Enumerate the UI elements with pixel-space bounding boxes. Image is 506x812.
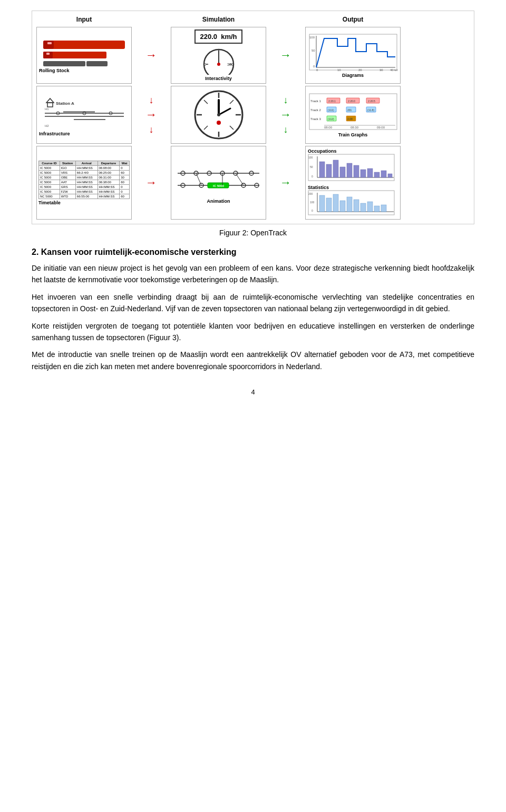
speedometer-svg: 0 300 [198, 46, 240, 75]
output-header: Output [304, 14, 402, 26]
svg-text:2.08: 2.08 [347, 117, 353, 121]
svg-line-101 [236, 173, 244, 185]
svg-rect-5 [75, 42, 84, 48]
occupations-svg: 100 50 0 [308, 154, 395, 181]
svg-rect-14 [86, 61, 108, 66]
svg-rect-130 [354, 200, 359, 212]
speed-display: 220.0 km/h [194, 29, 242, 44]
svg-text:300: 300 [227, 63, 233, 66]
svg-rect-109 [326, 164, 332, 177]
diagrams-cell: 100 50 0 0 10 20 30 40 km Diagrams [305, 27, 401, 84]
table-row: IC 5000IGOHH:MM:SS06:08:000 [39, 165, 130, 170]
svg-rect-11 [43, 52, 53, 58]
svg-point-21 [217, 63, 220, 66]
table-row: IC 5000OBEHH:MM:SS06:31:0030 [39, 175, 130, 180]
timetable-label: Timetable [38, 200, 61, 205]
svg-rect-126 [326, 198, 332, 212]
rolling-stock-svg [42, 38, 126, 67]
svg-rect-115 [367, 169, 373, 177]
svg-rect-7 [96, 42, 105, 48]
arrow-col-1-row1: → [133, 26, 170, 85]
svg-rect-128 [340, 201, 345, 212]
page-container: Input Simulation Output [0, 0, 506, 417]
page-number: 4 [32, 388, 474, 396]
svg-text:50: 50 [310, 165, 313, 169]
svg-rect-114 [361, 170, 366, 177]
diagrams-label: Diagrams [342, 73, 364, 78]
occupations-block: Occupations 100 50 0 [308, 148, 398, 183]
spacer-1 [133, 14, 170, 26]
svg-text:(112): (112) [328, 117, 334, 121]
body-paragraph-4: Met de introductie van snelle treinen op… [32, 349, 474, 372]
figure-caption: Figuur 2: OpenTrack [32, 229, 474, 237]
table-row: IC 5000AATHH:MM:SS06:38:0060 [39, 180, 130, 184]
animation-cell: IC 5000 Animation [171, 146, 266, 220]
svg-rect-112 [347, 163, 352, 177]
svg-text:Track 3: Track 3 [310, 117, 321, 121]
table-row: IC 5000FZWHH:MM:SSHH:MM:SS0 [39, 189, 130, 194]
col-station: Station [60, 161, 75, 165]
svg-rect-113 [354, 165, 359, 177]
col-departure: Departure [98, 161, 120, 165]
sim-speed-cell: 220.0 km/h 0 300 [171, 27, 266, 84]
speed-value: 220.0 [200, 33, 217, 41]
svg-point-58 [217, 121, 221, 125]
arrow-col-1-row2: ↓ → ↓ [133, 85, 170, 145]
svg-rect-118 [388, 174, 392, 177]
svg-text:2:20.1: 2:20.1 [328, 100, 336, 103]
diagrams-svg: 100 50 0 0 10 20 30 40 km [308, 33, 398, 73]
arrow-col-2-row3: → [267, 145, 304, 221]
arrow-down-red-2: ↓ [149, 125, 154, 134]
statistics-svg: 200 100 0 [308, 190, 395, 215]
svg-rect-116 [374, 172, 380, 177]
table-row: IC 5000VRS66:2-4/006:25:0060 [39, 170, 130, 175]
svg-rect-13 [43, 61, 85, 66]
svg-text:Station A: Station A [56, 101, 74, 106]
input-header: Input [35, 14, 133, 26]
train-graphs-svg: Track 1 Track 2 Track 3 08:00 08:30 09:0… [308, 93, 398, 132]
svg-rect-111 [340, 167, 345, 177]
svg-rect-125 [319, 195, 325, 212]
table-row: IC 5000GRSHH:MM:SSHH:MM:SS0 [39, 184, 130, 189]
train-graphs-cell: Track 1 Track 2 Track 3 08:00 08:30 09:0… [305, 86, 401, 144]
arrow-down-red-1: ↓ [149, 95, 154, 105]
table-row: NC 5000WTD66:55:00HH:MM:SS60 [39, 194, 130, 199]
figure-row-3: Course ID Station Arrival Departure Wat … [35, 145, 471, 221]
speed-unit: km/h [221, 33, 237, 41]
body-paragraph-2: Het invoeren van een snelle verbinding d… [32, 291, 474, 315]
arrow-col-2-row1: → [267, 26, 304, 85]
svg-text:10: 10 [337, 68, 341, 72]
svg-text:08:00: 08:00 [324, 126, 333, 129]
timetable-cell: Course ID Station Arrival Departure Wat … [36, 146, 132, 220]
arrow-col-2-row2: ↓ → ↓ [267, 85, 304, 145]
arrow-down-green-2: ↓ [284, 125, 288, 134]
svg-rect-6 [85, 42, 95, 48]
svg-text:Track 2: Track 2 [310, 108, 321, 112]
svg-text:08:30: 08:30 [351, 126, 359, 129]
svg-rect-127 [333, 194, 338, 212]
train-graphs-label: Train Graphs [338, 132, 368, 137]
svg-text:100: 100 [310, 201, 315, 204]
svg-text:0: 0 [313, 65, 315, 68]
col-course-id: Course ID [39, 161, 60, 165]
svg-text:0: 0 [312, 175, 313, 178]
col-arrival: Arrival [75, 161, 98, 165]
svg-text:(11.8): (11.8) [367, 108, 374, 112]
infrastructure-label: Infrastructure [39, 131, 70, 136]
clock-svg [192, 88, 245, 141]
body-paragraph-1: De initiatie van een nieuw project is he… [32, 262, 474, 286]
svg-text:200: 200 [308, 192, 313, 195]
interactivity-label: Interactivity [205, 76, 232, 81]
statistics-label: Statistics [308, 185, 398, 190]
svg-rect-117 [381, 171, 386, 177]
svg-text:(111): (111) [328, 108, 334, 112]
arrow-col-1-row3: → [133, 145, 170, 221]
svg-rect-133 [374, 206, 380, 212]
svg-rect-40 [63, 111, 95, 113]
animation-label: Animation [207, 199, 230, 204]
svg-text:0: 0 [204, 63, 206, 66]
svg-rect-131 [361, 203, 366, 212]
svg-rect-9 [117, 42, 124, 48]
svg-text:40 km: 40 km [390, 68, 398, 72]
animation-svg: IC 5000 [175, 162, 262, 199]
